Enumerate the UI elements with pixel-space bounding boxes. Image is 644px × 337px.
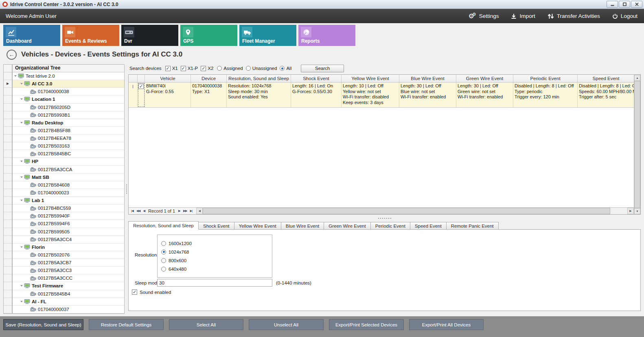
horizontal-splitter[interactable] [128, 215, 641, 221]
tree-device-00127b503163[interactable]: 00127B503163 [13, 142, 124, 150]
tree-device-017040000037[interactable]: 017040000037 [13, 306, 124, 313]
tree-group-test-firmware[interactable]: Test Firmware [13, 282, 124, 290]
tile-dashboard[interactable]: Dashboard [3, 25, 60, 46]
tab-remote-panic-event[interactable]: Remote Panic Event [447, 222, 499, 230]
footer-button-unselect-all[interactable]: Unselect All [249, 319, 324, 330]
tab-yellow-wire-event[interactable]: Yellow Wire Event [234, 222, 281, 230]
grid-vertical-scrollbar[interactable]: ▲ ▼ [634, 75, 640, 214]
footer-button-export-print-all-devices[interactable]: Export/Print All Devices [409, 319, 484, 330]
tab-blue-wire-event[interactable]: Blue Wire Event [281, 222, 324, 230]
tree-group-test-idrive-2-0[interactable]: Test Idrive 2.0 [13, 72, 124, 80]
tree-group-radu-desktop[interactable]: Radu Desktop [13, 119, 124, 127]
tree-group-matt-sb[interactable]: Matt SB [13, 174, 124, 181]
titlebar[interactable]: Idrive Control Center - 3.0.2 version - … [0, 0, 644, 9]
tab-resolution-sound-and-sleep[interactable]: Resolution, Sound and Sleep [128, 221, 199, 230]
sound-checkbox-icon[interactable]: ✓ [132, 289, 137, 295]
tree-group-ai-fl[interactable]: AI - FL [13, 298, 124, 306]
tree-device-00127b502076[interactable]: 00127B502076 [13, 251, 124, 259]
tree-device-00127b50205d[interactable]: 00127B50205D [13, 104, 124, 111]
tree-device-00127b5994f6[interactable]: 00127B5994F6 [13, 220, 124, 228]
column-header-device[interactable]: Device [191, 75, 227, 82]
expand-arrow-icon[interactable] [20, 301, 23, 302]
maximize-button[interactable] [619, 1, 630, 8]
tree-device-00127b4bc559[interactable]: 00127B4BC559 [13, 204, 124, 212]
row-checkbox-cell[interactable]: ✓ [138, 83, 145, 107]
column-header-vehicle[interactable]: Vehicle [145, 75, 191, 82]
tree-device-00127b5a3cc4[interactable]: 00127B5A3CC4 [13, 236, 124, 244]
tree-device-00127b59940f[interactable]: 00127B59940F [13, 212, 124, 220]
nav-prev-button[interactable]: ◀ [143, 209, 145, 213]
nav-prev-page-button[interactable]: ◀◀ [136, 209, 140, 213]
nav-last-button[interactable]: ▶| [190, 209, 192, 213]
tile-dvr[interactable]: Dvr [121, 25, 178, 46]
hscroll-track[interactable] [203, 208, 627, 214]
filter-radio-assigned[interactable]: Assigned [217, 66, 243, 71]
topbar-action-import[interactable]: Import [511, 13, 535, 19]
search-button[interactable]: Search [301, 65, 344, 72]
filter-radio-unassigned[interactable]: Unassigned [246, 66, 277, 71]
footer-button-save-resolution-sound-and-sleep[interactable]: Save (Resolution, Sound and Sleep) [3, 319, 83, 330]
nav-next-page-button[interactable]: ▶▶ [183, 209, 187, 213]
footer-button-restore-default-settings[interactable]: Restore Default Settings [89, 319, 164, 330]
tree-group-location-1[interactable]: Location 1 [13, 96, 124, 103]
tree-group-hp[interactable]: HP [13, 158, 124, 165]
column-header-blue-wire-event[interactable]: Blue Wire Event [399, 75, 456, 82]
footer-button-select-all[interactable]: Select All [169, 319, 243, 330]
tab-shock-event[interactable]: Shock Event [199, 222, 234, 230]
column-header-yellow-wire-event[interactable]: Yellow Wire Event [342, 75, 399, 82]
tree-group-florin[interactable]: Florin [13, 244, 124, 251]
topbar-action-logout[interactable]: Logout [612, 13, 637, 19]
scroll-right-arrow-icon[interactable]: ▶ [627, 208, 634, 214]
expand-arrow-icon[interactable] [14, 75, 17, 77]
filter-checkbox-x2[interactable]: ✓X2 [201, 66, 213, 71]
grid-row[interactable]: I✓BMW740iG-Force: 0.55017040000038Type: … [129, 83, 634, 108]
footer-button-export-print-selected-devices[interactable]: Export/Print Selected Devices [329, 319, 404, 330]
expand-arrow-icon[interactable] [20, 83, 23, 85]
expand-arrow-icon[interactable] [20, 176, 23, 178]
tile-events-reviews[interactable]: Events & Reviews [62, 25, 119, 46]
expand-arrow-icon[interactable] [20, 246, 23, 248]
tree-device-00127b4eea78[interactable]: 00127B4EEA78 [13, 135, 124, 142]
back-button[interactable]: ← [7, 50, 17, 60]
scroll-down-arrow-icon[interactable]: ▼ [634, 208, 640, 214]
tab-green-wire-event[interactable]: Green Wire Event [324, 222, 370, 230]
resolution-option-800x600[interactable]: 800x600 [161, 258, 268, 263]
filter-checkbox-x1-p[interactable]: ✓X1-P [181, 66, 198, 71]
resolution-option-1024x768[interactable]: 1024x768 [161, 250, 268, 254]
tree-device-00127b599505[interactable]: 00127B599505 [13, 228, 124, 236]
column-header-speed-event[interactable]: Speed Event [578, 75, 634, 82]
tree-device-00127b4b5f88[interactable]: 00127B4B5F88 [13, 127, 124, 135]
close-button[interactable] [631, 1, 642, 8]
tile-reports[interactable]: Reports [298, 25, 355, 46]
column-header-resolution-sound-and-sleep[interactable]: Resolution, Sound and Sleep [227, 75, 291, 82]
topbar-action-transfer-activities[interactable]: Transfer Activities [548, 13, 600, 19]
expand-arrow-icon[interactable] [20, 200, 23, 201]
filter-radio-all[interactable]: All [280, 66, 291, 71]
resolution-option-1600x1200[interactable]: 1600x1200 [161, 241, 268, 246]
topbar-action-settings[interactable]: ⚙⚙Settings [468, 13, 499, 20]
vertical-splitter[interactable] [125, 64, 128, 314]
scroll-left-arrow-icon[interactable]: ◀ [196, 208, 203, 214]
tile-gps[interactable]: GPS [180, 25, 237, 46]
column-header-periodic-event[interactable]: Periodic Event [513, 75, 578, 82]
vscroll-thumb[interactable] [634, 81, 640, 208]
hscroll-thumb[interactable] [203, 208, 610, 214]
tab-periodic-event[interactable]: Periodic Event [371, 222, 410, 230]
tree-device-00127b584608[interactable]: 00127B584608 [13, 181, 124, 189]
sleep-mode-input[interactable] [157, 279, 272, 287]
nav-first-button[interactable]: |◀ [131, 209, 134, 213]
scroll-up-arrow-icon[interactable]: ▲ [634, 75, 640, 81]
minimize-button[interactable] [607, 1, 618, 8]
column-header-shock-event[interactable]: Shock Event [291, 75, 342, 82]
tree-device-00127b5a3cca[interactable]: 00127B5A3CCA [13, 166, 124, 174]
tree-device-00127b5845b4[interactable]: 00127B5845B4 [13, 290, 124, 298]
expand-arrow-icon[interactable] [20, 98, 23, 100]
tree-device-017040000023[interactable]: 017040000023 [13, 189, 124, 197]
tree-device-00127b5a3cb7[interactable]: 00127B5A3CB7 [13, 259, 124, 267]
tree-device-017040000038[interactable]: 017040000038 [13, 88, 124, 96]
expand-arrow-icon[interactable] [20, 122, 23, 124]
expand-arrow-icon[interactable] [20, 161, 23, 162]
tree-device-00127b5a3cc3[interactable]: 00127B5A3CC3 [13, 267, 124, 274]
tile-fleet-manager[interactable]: Fleet Manager [239, 25, 296, 46]
column-header-green-wire-event[interactable]: Green Wire Event [456, 75, 513, 82]
